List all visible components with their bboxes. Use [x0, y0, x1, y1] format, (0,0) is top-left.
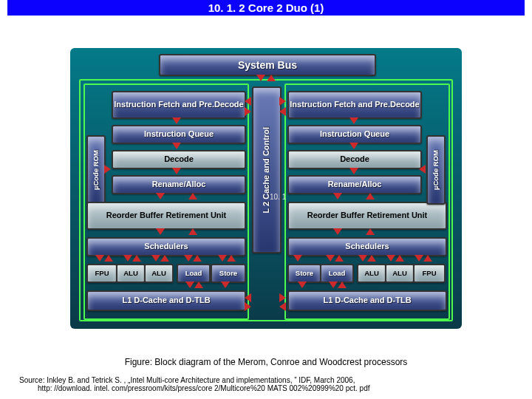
arrow-icon [329, 282, 338, 288]
arrow-icon [386, 255, 395, 262]
arrow-icon [151, 255, 160, 262]
arrow-icon [335, 255, 344, 262]
l2-cache: L 2 Cache and Control [252, 86, 282, 253]
arrow-icon [193, 255, 202, 262]
arrow-icon [326, 255, 335, 262]
arrow-icon [123, 255, 132, 262]
figure-caption: Figure: Block diagram of the Merom, Conr… [0, 357, 532, 367]
arrow-icon [333, 228, 342, 235]
decode-right: Decode [287, 150, 422, 169]
arrow-icon [423, 255, 432, 262]
arrow-icon [104, 165, 111, 174]
load-left: Load [177, 264, 211, 283]
source-line2: http: //download. intel. com/pressroom/k… [38, 384, 369, 392]
ucode-rom-left: µCode ROM [86, 135, 106, 205]
arrow-icon [221, 282, 230, 288]
alu1-right: ALU [357, 264, 386, 283]
arrow-icon [267, 75, 276, 81]
page-title-bar: 10. 1. 2 Core 2 Duo (1) [7, 0, 525, 16]
arrow-icon [366, 228, 375, 235]
arrow-icon [279, 107, 286, 116]
arrow-icon [367, 255, 376, 262]
arrow-icon [366, 193, 375, 200]
sched-left: Schedulers [86, 237, 246, 256]
rob-right: Reorder Buffer Retirement Unit [287, 202, 447, 230]
arrow-icon [279, 293, 286, 302]
arrow-icon [218, 255, 227, 262]
block-diagram: System Bus L 2 Cache and Control 10. 1 µ… [70, 48, 462, 329]
rename-left: Rename/Alloc [112, 175, 246, 194]
source-citation: Source: Inkley B. and Tetrick S. , „Inte… [19, 376, 513, 392]
ucode-rom-label: µCode ROM [92, 150, 100, 190]
arrow-icon [245, 97, 251, 106]
arrow-icon [256, 75, 265, 81]
ucode-rom-right: µCode ROM [426, 135, 446, 205]
arrow-icon [172, 168, 181, 174]
arrow-icon [279, 302, 286, 311]
alu1-left: ALU [116, 264, 146, 283]
fpu-right: FPU [413, 264, 446, 283]
rename-right: Rename/Alloc [287, 175, 422, 194]
fetch-left: Instruction Fetch and Pre.Decode [112, 91, 246, 119]
arrow-icon [245, 293, 251, 302]
decode-left: Decode [112, 150, 246, 169]
fpu-left: FPU [86, 264, 117, 283]
arrow-icon [349, 168, 358, 174]
sched-right: Schedulers [287, 237, 447, 256]
arrow-icon [194, 282, 203, 288]
rob-left: Reorder Buffer Retirement Unit [86, 202, 246, 230]
source-line1: Source: Inkley B. and Tetrick S. , „Inte… [19, 376, 355, 384]
ucode-rom-label: µCode ROM [432, 150, 440, 190]
arrow-icon [245, 302, 251, 311]
l1-right: L1 D-Cache and D-TLB [287, 290, 447, 311]
arrow-icon [104, 255, 113, 262]
arrow-icon [293, 255, 302, 262]
arrow-icon [172, 143, 181, 149]
iq-right: Instruction Queue [287, 125, 422, 144]
alu2-left: ALU [144, 264, 174, 283]
arrow-icon [185, 282, 194, 288]
arrow-icon [338, 282, 347, 288]
arrow-icon [395, 255, 404, 262]
arrow-icon [188, 193, 197, 200]
page-title: 10. 1. 2 Core 2 Duo (1) [208, 1, 324, 14]
arrow-icon [298, 282, 307, 288]
arrow-icon [245, 107, 251, 116]
arrow-icon [333, 193, 342, 200]
arrow-icon [132, 255, 141, 262]
arrow-icon [349, 117, 358, 124]
store-right: Store [287, 264, 321, 283]
load-right: Load [320, 264, 354, 283]
arrow-icon [156, 193, 165, 200]
arrow-icon [172, 117, 181, 124]
slide-number: 10. 1 [270, 193, 286, 201]
arrow-icon [358, 255, 367, 262]
iq-left: Instruction Queue [112, 125, 246, 144]
arrow-icon [227, 255, 236, 262]
arrow-icon [156, 228, 165, 235]
arrow-icon [95, 255, 104, 262]
arrow-icon [349, 143, 358, 149]
arrow-icon [160, 255, 169, 262]
alu2-right: ALU [385, 264, 415, 283]
arrow-icon [419, 165, 426, 174]
arrow-icon [188, 228, 197, 235]
arrow-icon [184, 255, 193, 262]
system-bus: System Bus [159, 54, 376, 76]
fetch-right: Instruction Fetch and Pre.Decode [287, 91, 422, 119]
arrow-icon [415, 255, 423, 262]
l1-left: L1 D-Cache and D-TLB [86, 290, 246, 311]
arrow-icon [279, 97, 286, 106]
store-left: Store [211, 264, 246, 283]
